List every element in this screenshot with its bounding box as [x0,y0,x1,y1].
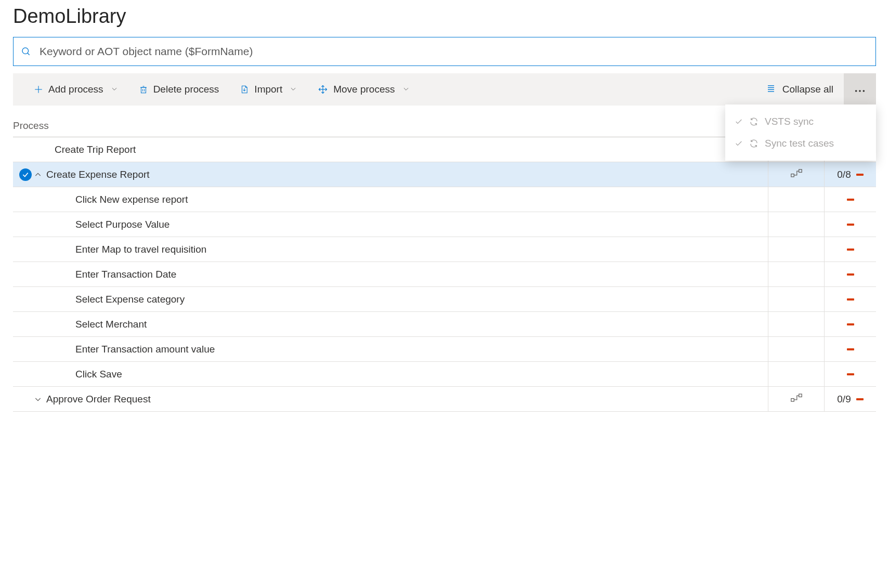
overflow-button[interactable] [844,73,876,106]
process-label: Select Expense category [75,294,185,305]
cell-flow-icon [768,262,824,286]
process-table: Process ved Create Trip ReportCreate Exp… [13,120,876,412]
table-row[interactable]: Enter Transaction amount value [13,337,876,362]
page-title: DemoLibrary [13,5,876,28]
refresh-icon [749,139,759,148]
cell-flow-icon [768,312,824,336]
svg-point-17 [859,90,861,92]
more-icon [854,84,866,95]
minus-icon [847,199,854,201]
status-text: 0/8 [837,169,851,180]
cell-process: Enter Transaction Date [13,269,768,280]
column-header-process[interactable]: Process [13,120,768,132]
minus-icon [847,373,854,375]
minus-icon [847,323,854,325]
process-label: Enter Transaction amount value [75,344,215,355]
search-input[interactable] [38,45,868,58]
table-row[interactable]: Enter Transaction Date [13,262,876,287]
chevron-up-icon[interactable] [34,171,42,179]
add-process-label: Add process [48,84,103,95]
minus-icon [847,298,854,300]
svg-rect-22 [799,394,802,397]
cell-flow-icon [768,387,824,411]
import-icon [240,84,249,95]
search-icon [21,46,31,57]
process-label: Click New expense report [75,194,188,205]
overflow-item-label: Sync test cases [765,138,834,149]
table-row[interactable]: Enter Map to travel requisition [13,237,876,262]
cell-flow-icon [768,362,824,386]
table-row[interactable]: Select Purpose Value [13,212,876,237]
list-icon [766,84,776,96]
collapse-all-button[interactable]: Collapse all [766,73,833,106]
overflow-item-label: VSTS sync [765,116,814,127]
minus-icon [847,249,854,251]
cell-process: Click New expense report [13,194,768,205]
cell-process: Select Expense category [13,294,768,305]
chevron-down-icon [290,84,297,95]
table-row[interactable]: Select Expense category [13,287,876,312]
cell-flow-icon [768,187,824,212]
import-label: Import [254,84,282,95]
process-label: Select Merchant [75,319,147,330]
cell-status [824,287,876,311]
cell-process: Create Expense Report [13,169,768,180]
cell-flow-icon [768,337,824,361]
table-row[interactable]: Create Expense Report0/8 [13,162,876,187]
table-row[interactable]: Select Merchant [13,312,876,337]
chevron-down-icon[interactable] [34,395,42,403]
svg-point-16 [855,90,857,92]
flow-icon[interactable] [791,168,802,180]
cell-flow-icon [768,237,824,262]
cell-process: Select Merchant [13,319,768,330]
trash-icon [139,84,148,95]
cell-flow-icon [768,162,824,187]
cell-status: 0/8 [824,162,876,187]
process-label: Click Save [75,369,122,380]
svg-rect-21 [791,399,794,402]
overflow-menu-item-sync-test-cases[interactable]: Sync test cases [725,133,876,154]
search-box[interactable] [13,37,876,66]
delete-process-label: Delete process [153,84,219,95]
cell-status [824,187,876,212]
cell-status [824,337,876,361]
selected-check-icon [19,168,32,181]
process-label: Approve Order Request [46,394,151,405]
cell-process: Click Save [13,369,768,380]
cell-process: Create Trip Report [13,144,768,155]
cell-process: Enter Transaction amount value [13,344,768,355]
overflow-menu-item-vsts-sync[interactable]: VSTS sync [725,111,876,133]
cell-status [824,262,876,286]
process-label: Create Expense Report [46,169,150,180]
refresh-icon [749,117,759,126]
process-label: Create Trip Report [55,144,136,155]
move-process-label: Move process [333,84,395,95]
cell-status [824,312,876,336]
flow-icon[interactable] [791,393,802,405]
cell-process: Enter Map to travel requisition [13,244,768,255]
table-row[interactable]: Click Save [13,362,876,387]
minus-icon [847,224,854,226]
cell-status [824,212,876,237]
cell-status [824,362,876,386]
svg-rect-19 [791,174,794,177]
minus-icon [847,273,854,276]
svg-line-1 [28,53,30,55]
table-row[interactable]: Click New expense report [13,187,876,212]
table-row[interactable]: Approve Order Request0/9 [13,387,876,412]
delete-process-button[interactable]: Delete process [139,73,219,106]
plus-icon [34,85,43,94]
status-text: 0/9 [837,394,851,405]
collapse-all-label: Collapse all [782,84,833,95]
overflow-menu: VSTS sync Sync test cases [725,104,876,161]
cell-process: Approve Order Request [13,394,768,405]
import-button[interactable]: Import [240,73,297,106]
minus-icon [847,348,854,350]
cell-process: Select Purpose Value [13,219,768,230]
add-process-button[interactable]: Add process [34,73,118,106]
svg-point-18 [863,90,865,92]
move-process-button[interactable]: Move process [318,73,409,106]
process-label: Enter Map to travel requisition [75,244,206,255]
process-label: Select Purpose Value [75,219,169,230]
svg-rect-4 [141,87,146,93]
